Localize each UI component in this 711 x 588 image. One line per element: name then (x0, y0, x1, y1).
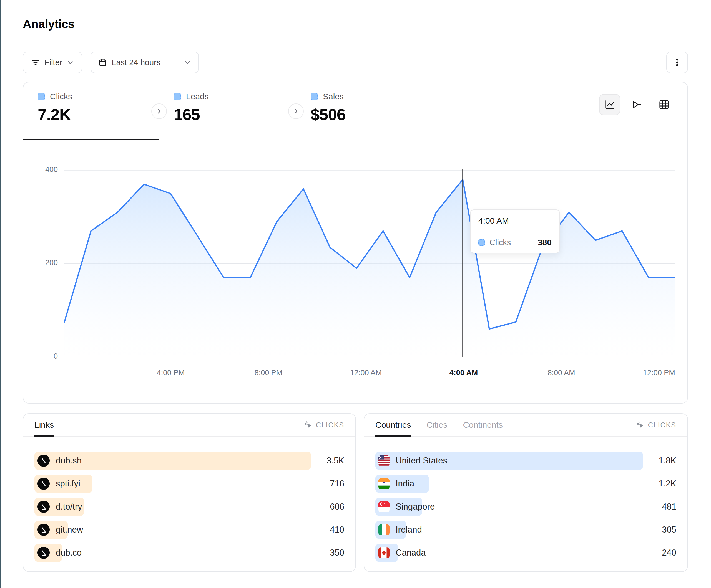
tab-cities-label: Cities (427, 420, 447, 430)
grid-table-icon (658, 99, 670, 110)
row-label: India (395, 479, 414, 489)
country-row[interactable]: India1.2K (375, 475, 676, 493)
links-panel-header: Links CLICKS (23, 414, 356, 436)
y-tick-label: 200 (24, 258, 58, 267)
x-tick-label: 4:00 AM (450, 369, 478, 377)
dub-logo-icon (38, 478, 50, 490)
flag-us-icon (379, 455, 389, 466)
funnel-view-button[interactable] (626, 94, 647, 115)
line-chart-view-button[interactable] (599, 94, 620, 115)
more-options-button[interactable] (666, 51, 688, 73)
funnel-icon (631, 99, 643, 110)
country-row[interactable]: Ireland305 (375, 521, 676, 539)
country-row[interactable]: United States1.8K (375, 452, 676, 470)
x-tick-label: 8:00 PM (255, 369, 283, 377)
pointer-click-icon (304, 421, 313, 429)
tab-links[interactable]: Links (35, 413, 54, 436)
window-edge-accent (0, 0, 1, 588)
row-value: 1.2K (643, 479, 676, 489)
country-row[interactable]: Singapore481 (375, 498, 676, 516)
country-row[interactable]: Canada240 (375, 544, 676, 562)
calendar-icon (98, 58, 107, 67)
row-label: Canada (395, 548, 426, 558)
dub-logo-icon (38, 547, 50, 559)
tab-countries-label: Countries (375, 420, 411, 430)
filter-button-label: Filter (44, 58, 62, 67)
x-tick-label: 4:00 PM (157, 369, 185, 377)
tab-cities[interactable]: Cities (427, 413, 447, 436)
table-view-button[interactable] (653, 94, 675, 115)
tab-countries[interactable]: Countries (375, 413, 411, 436)
links-metric-label: CLICKS (316, 421, 344, 429)
link-row[interactable]: dub.co350 (35, 544, 344, 562)
kebab-menu-icon (673, 58, 681, 67)
row-value: 305 (643, 525, 676, 535)
row-value: 410 (311, 525, 344, 535)
tab-sales[interactable]: Sales $506 (296, 82, 432, 140)
stat-tabs: Clicks 7.2K Leads 165 (23, 82, 687, 140)
geo-rows: United States1.8KIndia1.2KSingapore481Ir… (364, 436, 687, 562)
date-range-button[interactable]: Last 24 hours (90, 51, 199, 73)
row-label: spti.fyi (56, 479, 80, 489)
active-tab-underline (23, 139, 159, 140)
pointer-click-icon (636, 421, 645, 429)
link-row[interactable]: d.to/try606 (35, 498, 344, 516)
dub-logo-icon (38, 524, 50, 536)
stat-value: 165 (174, 105, 296, 124)
filter-button[interactable]: Filter (23, 51, 82, 73)
filter-lines-icon (31, 58, 40, 67)
stat-label: Leads (186, 92, 209, 101)
sales-legend-square-icon (311, 93, 318, 100)
row-label: United States (395, 456, 447, 466)
analytics-chart-card: Clicks 7.2K Leads 165 (23, 82, 688, 404)
tab-clicks[interactable]: Clicks 7.2K (23, 82, 159, 140)
dub-logo-icon (38, 455, 50, 467)
row-value: 350 (311, 548, 344, 558)
flag-canada-icon (379, 547, 389, 558)
tooltip-legend-square-icon (478, 239, 485, 246)
row-value: 240 (643, 548, 676, 558)
flag-singapore-icon (379, 501, 389, 512)
geo-metric-label: CLICKS (648, 421, 676, 429)
tab-continents[interactable]: Continents (463, 413, 502, 436)
tab-links-label: Links (35, 420, 54, 430)
page-title: Analytics (23, 17, 75, 31)
stat-label: Clicks (50, 92, 72, 101)
area-fill (64, 180, 675, 357)
tab-leads[interactable]: Leads 165 (159, 82, 296, 140)
row-label: dub.sh (56, 456, 82, 466)
stat-value: 7.2K (38, 105, 159, 124)
analytics-page: Analytics Filter Last 24 hours (0, 0, 711, 588)
row-label: Ireland (395, 525, 422, 535)
x-tick-label: 12:00 PM (643, 369, 675, 377)
toolbar: Filter Last 24 hours (23, 51, 688, 73)
row-value: 3.5K (311, 456, 344, 466)
chevron-down-icon (67, 59, 74, 66)
chevron-down-icon (184, 59, 191, 66)
row-value: 1.8K (643, 456, 676, 466)
geo-panel: Countries Cities Continents CLICKS Unite… (364, 413, 688, 572)
y-tick-label: 0 (24, 352, 58, 361)
geo-metric-toggle[interactable]: CLICKS (636, 421, 676, 429)
links-metric-toggle[interactable]: CLICKS (304, 421, 344, 429)
link-row[interactable]: git.new410 (35, 521, 344, 539)
clicks-area-chart[interactable] (64, 165, 675, 357)
row-value: 606 (311, 502, 344, 512)
flag-india-icon (379, 478, 389, 489)
line-chart-icon (604, 99, 616, 110)
links-panel: Links CLICKS dub.sh3.5Kspti.fyi716d.to/t… (23, 413, 356, 572)
tooltip-series-label: Clicks (490, 238, 511, 247)
chart-view-toggles (599, 94, 675, 115)
dub-logo-icon (38, 501, 50, 513)
link-row[interactable]: spti.fyi716 (35, 475, 344, 493)
stat-label: Sales (323, 92, 344, 101)
stat-value: $506 (311, 105, 432, 124)
link-row[interactable]: dub.sh3.5K (35, 452, 344, 470)
row-label: Singapore (395, 502, 435, 512)
tooltip-time: 4:00 AM (471, 210, 559, 232)
clicks-legend-square-icon (38, 93, 45, 100)
row-value: 716 (311, 479, 344, 489)
chart-tooltip: 4:00 AM Clicks 380 (470, 209, 560, 253)
links-rows: dub.sh3.5Kspti.fyi716d.to/try606git.new4… (23, 436, 356, 562)
x-tick-label: 8:00 AM (547, 369, 575, 377)
